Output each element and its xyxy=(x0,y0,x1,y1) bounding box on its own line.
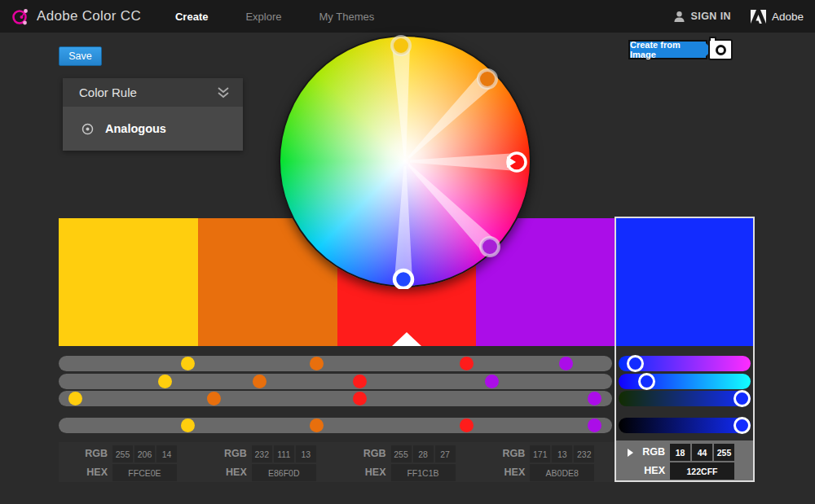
rgb-value-g-purple[interactable]: 13 xyxy=(552,445,572,462)
color-rule-header[interactable]: Color Rule xyxy=(63,78,243,107)
hex-value-red[interactable]: FF1C1B xyxy=(391,464,456,481)
wheel-spoke-red-marker xyxy=(410,153,517,171)
rgb-value-g-orange[interactable]: 111 xyxy=(274,445,294,462)
adobe-label: Adobe xyxy=(772,11,804,23)
slider-area xyxy=(59,356,615,434)
color-cc-logo-icon xyxy=(11,7,29,26)
selected-slider-row-4[interactable] xyxy=(619,418,751,433)
color-info-strip: RGBHEX25520614FFCE0ERGBHEX23211113E86F0D… xyxy=(59,442,615,482)
adobe-link[interactable]: Adobe xyxy=(751,10,804,24)
rgb-value-g-yellow[interactable]: 206 xyxy=(134,445,155,462)
base-color-indicator xyxy=(392,332,421,346)
user-icon xyxy=(673,11,685,23)
color-rule-selected-label: Analogous xyxy=(105,122,166,135)
selected-color-panel: RGBHEX1844255122CFF xyxy=(615,217,755,482)
slider-track-row-3[interactable] xyxy=(59,391,612,406)
color-info-orange: RGBHEX23211113E86F0D xyxy=(198,442,337,482)
rgb-value-r-red[interactable]: 255 xyxy=(391,445,412,462)
camera-button[interactable] xyxy=(708,39,733,60)
camera-icon xyxy=(709,37,716,41)
hex-label: HEX xyxy=(618,465,665,476)
color-wheel-overlay xyxy=(277,33,533,289)
rgb-label: RGB xyxy=(60,448,108,459)
color-info-red: RGBHEX2552827FF1C1B xyxy=(337,442,477,482)
hex-label: HEX xyxy=(478,467,525,478)
slider-handle-orange-row2[interactable] xyxy=(253,375,267,388)
top-bar: Adobe Color CC CreateExploreMy Themes SI… xyxy=(0,0,815,33)
sign-in-button[interactable]: SIGN IN xyxy=(673,11,731,23)
radio-selected-icon xyxy=(82,123,94,135)
rgb-value-g-blue[interactable]: 44 xyxy=(692,444,712,461)
slider-handle-red-row1[interactable] xyxy=(460,357,474,370)
rgb-value-g-red[interactable]: 28 xyxy=(413,445,434,462)
nav-item-explore[interactable]: Explore xyxy=(245,11,281,23)
rgb-value-b-red[interactable]: 27 xyxy=(435,445,456,462)
rgb-label: RGB xyxy=(618,446,665,458)
slider-track-row-4[interactable] xyxy=(59,418,612,433)
rgb-value-r-blue[interactable]: 18 xyxy=(670,444,690,461)
wheel-handle-yellow-marker[interactable] xyxy=(392,37,410,55)
rgb-value-b-purple[interactable]: 232 xyxy=(574,445,594,462)
rgb-value-b-yellow[interactable]: 14 xyxy=(156,445,177,462)
hex-value-orange[interactable]: E86F0D xyxy=(252,464,316,481)
rgb-value-r-orange[interactable]: 232 xyxy=(252,445,272,462)
color-rule-title: Color Rule xyxy=(79,85,137,99)
wheel-handle-orange-marker[interactable] xyxy=(478,70,496,88)
save-button[interactable]: Save xyxy=(59,46,102,66)
wheel-handle-blue-marker[interactable] xyxy=(394,270,412,288)
color-info-blue-selected: RGBHEX1844255122CFF xyxy=(616,440,753,480)
top-right: SIGN IN Adobe xyxy=(673,10,815,24)
slider-handle-orange-row1[interactable] xyxy=(310,357,324,370)
brand-title: Adobe Color CC xyxy=(37,8,141,24)
slider-track-row-1[interactable] xyxy=(59,356,612,371)
nav-item-my-themes[interactable]: My Themes xyxy=(319,11,375,23)
rgb-value-r-yellow[interactable]: 255 xyxy=(112,445,133,462)
color-info-purple: RGBHEX17113232AB0DE8 xyxy=(476,442,615,482)
rgb-value-b-orange[interactable]: 13 xyxy=(296,445,316,462)
color-rule-option-analogous[interactable]: Analogous xyxy=(63,107,243,151)
selected-slider-handle-row1[interactable] xyxy=(627,355,644,372)
slider-handle-red-row2[interactable] xyxy=(353,375,367,388)
selected-slider-row-3[interactable] xyxy=(619,391,751,406)
slider-handle-orange-row3[interactable] xyxy=(207,392,221,405)
slider-handle-orange-row4[interactable] xyxy=(310,419,324,432)
selected-slider-row-2[interactable] xyxy=(619,374,751,389)
selected-slider-row-1[interactable] xyxy=(619,356,751,371)
color-rule-panel: Color Rule Analogous xyxy=(63,78,243,151)
rgb-value-b-blue[interactable]: 255 xyxy=(714,444,734,461)
slider-handle-yellow-row2[interactable] xyxy=(158,375,172,388)
selected-slider-handle-row3[interactable] xyxy=(734,390,751,407)
top-nav: CreateExploreMy Themes xyxy=(175,11,374,23)
slider-handle-red-row3[interactable] xyxy=(353,392,367,405)
hex-value-blue[interactable]: 122CFF xyxy=(670,462,734,480)
rgb-value-r-purple[interactable]: 171 xyxy=(530,445,550,462)
adobe-logo-icon xyxy=(751,10,766,24)
hex-label: HEX xyxy=(60,467,108,478)
slider-handle-yellow-row4[interactable] xyxy=(181,419,195,432)
slider-handle-yellow-row3[interactable] xyxy=(68,392,82,405)
chevron-double-down-icon xyxy=(217,87,230,99)
color-info-yellow: RGBHEX25520614FFCE0E xyxy=(59,442,198,482)
slider-handle-red-row4[interactable] xyxy=(460,419,474,432)
nav-item-create[interactable]: Create xyxy=(175,11,208,23)
hex-label: HEX xyxy=(339,467,386,478)
swatch-blue-selected[interactable] xyxy=(616,218,753,346)
wheel-handle-purple-marker[interactable] xyxy=(481,238,499,256)
selected-slider-handle-row4[interactable] xyxy=(734,417,751,434)
selected-slider-handle-row2[interactable] xyxy=(638,373,655,390)
slider-track-row-2[interactable] xyxy=(59,374,612,389)
hex-label: HEX xyxy=(200,467,247,478)
rgb-label: RGB xyxy=(200,448,247,459)
wheel-spoke-blue-marker xyxy=(394,166,412,279)
slider-handle-purple-row4[interactable] xyxy=(588,419,601,432)
hex-value-yellow[interactable]: FFCE0E xyxy=(112,464,177,481)
slider-handle-purple-row2[interactable] xyxy=(485,375,499,388)
sign-in-label: SIGN IN xyxy=(691,11,731,22)
swatch-yellow[interactable] xyxy=(59,218,199,346)
rgb-label: RGB xyxy=(339,448,386,459)
brand[interactable]: Adobe Color CC xyxy=(0,7,141,26)
rgb-label: RGB xyxy=(478,448,525,459)
hex-value-purple[interactable]: AB0DE8 xyxy=(530,464,594,481)
create-from-image-button[interactable]: Create from Image xyxy=(628,40,707,59)
wheel-spoke-yellow-marker xyxy=(392,46,410,156)
